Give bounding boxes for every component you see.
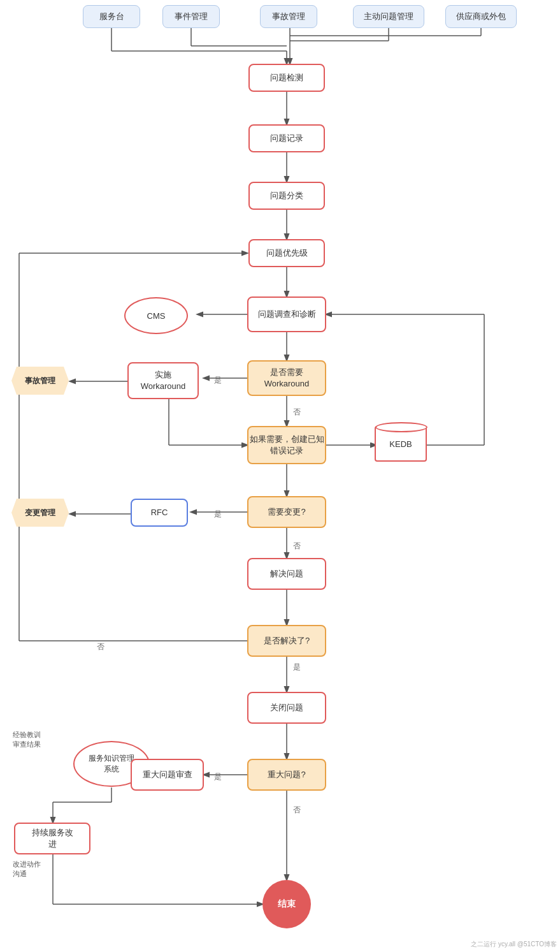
workaround-question: 是否需要Workaround: [247, 360, 326, 396]
problem-priority: 问题优先级: [248, 239, 325, 267]
cms-ellipse: CMS: [124, 297, 188, 334]
solve-problem: 解决问题: [247, 558, 326, 590]
known-error-record: 如果需要，创建已知错误记录: [247, 426, 326, 464]
source-vendor: 供应商或外包: [445, 5, 517, 28]
source-accident-mgmt: 事故管理: [260, 5, 317, 28]
label-no-major: 否: [293, 805, 301, 816]
label-no-change: 否: [293, 541, 301, 552]
kedb-cylinder: KEDB: [375, 426, 427, 462]
problem-classify: 问题分类: [248, 182, 325, 210]
accident-mgmt-banner: 事故管理: [11, 367, 69, 395]
source-proactive-mgmt: 主动问题管理: [353, 5, 424, 28]
workaround-impl: 实施Workaround: [127, 362, 199, 399]
problem-detect: 问题检测: [248, 64, 325, 92]
label-yes-major: 是: [214, 772, 222, 782]
solved-question: 是否解决了?: [247, 625, 326, 657]
label-no-solved: 否: [97, 641, 104, 652]
change-mgmt-banner: 变更管理: [11, 499, 69, 527]
end-circle: 结束: [262, 880, 311, 928]
major-question: 重大问题?: [247, 759, 326, 791]
source-event-mgmt: 事件管理: [162, 5, 220, 28]
kedb-body: KEDB: [375, 426, 427, 462]
label-yes-change: 是: [214, 509, 222, 520]
problem-diagnose: 问题调查和诊断: [247, 297, 326, 332]
change-question: 需要变更?: [247, 496, 326, 528]
label-lesson-learned: 经验教训审查结果: [13, 730, 41, 750]
diagram-container: 服务台 事件管理 事故管理 主动问题管理 供应商或外包 问题检测 问题记录 问题…: [0, 0, 560, 952]
watermark: 之二运行 ycy.all @51CTO博客: [471, 940, 557, 949]
label-yes-workaround: 是: [214, 375, 222, 386]
label-no-workaround: 否: [293, 407, 301, 418]
label-yes-solved: 是: [293, 662, 301, 673]
problem-record: 问题记录: [248, 124, 325, 152]
source-service-desk: 服务台: [83, 5, 140, 28]
close-problem: 关闭问题: [247, 692, 326, 724]
major-review-box: 重大问题审查: [131, 759, 204, 791]
label-improve-action: 改进动作沟通: [13, 860, 41, 879]
continuous-improve-box: 持续服务改进: [14, 823, 90, 854]
rfc-box: RFC: [131, 499, 188, 527]
